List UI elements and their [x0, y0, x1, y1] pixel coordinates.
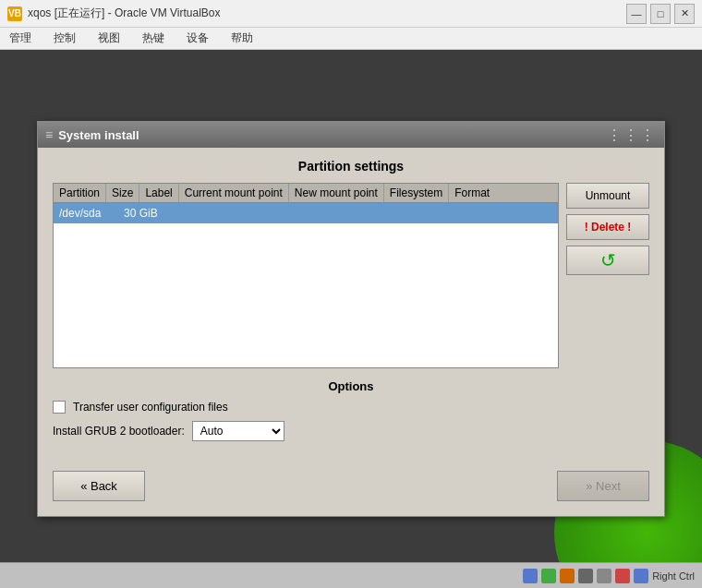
- col-filesystem: Filesystem: [384, 184, 449, 202]
- col-format: Format: [449, 184, 495, 202]
- grub-option-row: Install GRUB 2 bootloader: Auto None /de…: [53, 421, 649, 441]
- tray-icon-5: [597, 569, 611, 583]
- tray-icon-6: [615, 569, 630, 583]
- menu-device[interactable]: 设备: [181, 29, 214, 48]
- statusbar-text: Right Ctrl: [652, 570, 695, 582]
- transfer-option-row: Transfer user configuration files: [53, 401, 649, 414]
- dialog-footer: « Back » Next: [38, 460, 664, 516]
- tray-icon-1: [523, 569, 538, 583]
- menu-view[interactable]: 视图: [92, 29, 126, 48]
- col-current-mount: Current mount point: [179, 184, 289, 202]
- transfer-label: Transfer user configuration files: [73, 401, 228, 414]
- dialog-title-left: ≡ System install: [45, 127, 139, 142]
- statusbar: Right Ctrl: [0, 562, 702, 588]
- menu-control[interactable]: 控制: [48, 29, 81, 48]
- col-partition: Partition: [54, 184, 106, 202]
- menubar: 管理 控制 视图 热键 设备 帮助: [0, 28, 702, 50]
- dialog-icon: ≡: [45, 127, 53, 142]
- options-title: Options: [53, 379, 649, 393]
- table-header: Partition Size Label Current mount point…: [53, 183, 559, 202]
- dialog-titlebar: ≡ System install ⋮⋮⋮: [38, 122, 664, 148]
- col-label: Label: [139, 184, 178, 202]
- menu-hotkey[interactable]: 热键: [137, 29, 170, 48]
- options-section: Options Transfer user configuration file…: [53, 379, 649, 441]
- maximize-button[interactable]: □: [650, 4, 671, 24]
- main-area: ≡ System install ⋮⋮⋮ Partition settings …: [0, 50, 702, 588]
- partition-table-area: Partition Size Label Current mount point…: [53, 183, 559, 368]
- row-partition: /dev/sda: [59, 207, 124, 220]
- next-button[interactable]: » Next: [557, 471, 649, 501]
- tray-icon-4: [578, 569, 593, 583]
- tray-icon-2: [541, 569, 556, 583]
- table-row[interactable]: /dev/sda 30 GiB: [54, 203, 558, 223]
- tray-icon-3: [560, 569, 575, 583]
- dialog-title: System install: [58, 128, 139, 142]
- dialog-body: Partition settings Partition Size Label …: [38, 148, 664, 460]
- menu-manage[interactable]: 管理: [4, 29, 37, 48]
- unmount-button[interactable]: Unmount: [566, 183, 649, 209]
- minimize-button[interactable]: —: [626, 4, 647, 24]
- back-button[interactable]: « Back: [53, 471, 145, 501]
- partition-table-wrapper: Partition Size Label Current mount point…: [53, 183, 649, 368]
- partition-buttons: Unmount ! Delete ! ↺: [566, 183, 649, 368]
- close-button[interactable]: ✕: [674, 4, 695, 24]
- row-size: 30 GiB: [124, 207, 175, 220]
- grub-label: Install GRUB 2 bootloader:: [53, 425, 185, 438]
- grub-select[interactable]: Auto None /dev/sda: [192, 421, 284, 441]
- section-title: Partition settings: [53, 159, 649, 174]
- table-body[interactable]: /dev/sda 30 GiB: [53, 202, 559, 368]
- menu-help[interactable]: 帮助: [225, 29, 259, 48]
- dialog-dots: ⋮⋮⋮: [607, 126, 657, 144]
- refresh-button[interactable]: ↺: [566, 246, 649, 275]
- transfer-checkbox[interactable]: [53, 401, 66, 414]
- delete-button[interactable]: ! Delete !: [566, 214, 649, 240]
- app-icon: VB: [7, 6, 22, 21]
- refresh-icon: ↺: [600, 249, 616, 271]
- col-size: Size: [106, 184, 139, 202]
- col-new-mount: New mount point: [289, 184, 384, 202]
- window-title: xqos [正在运行] - Oracle VM VirtualBox: [28, 6, 626, 21]
- titlebar: VB xqos [正在运行] - Oracle VM VirtualBox — …: [0, 0, 702, 28]
- system-install-dialog: ≡ System install ⋮⋮⋮ Partition settings …: [37, 121, 665, 517]
- window-controls: — □ ✕: [626, 4, 695, 24]
- tray-icon-7: [634, 569, 648, 583]
